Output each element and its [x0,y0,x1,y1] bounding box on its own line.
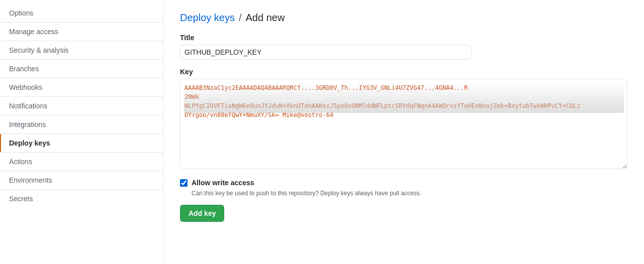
sidebar-item-webhooks[interactable]: Webhooks [0,78,163,96]
title-field-group: Title [180,34,628,60]
sidebar-item-security-analysis[interactable]: Security & analysis [0,41,163,59]
sidebar-item-secrets[interactable]: Secrets [0,190,163,208]
allow-write-checkbox[interactable] [180,179,188,187]
sidebar-item-notifications[interactable]: Notifications [0,97,163,115]
allow-write-hint: Can this key be used to push to this rep… [192,190,628,197]
allow-write-row: Allow write access [180,179,628,187]
key-textarea[interactable] [180,79,627,169]
breadcrumb: Deploy keys / Add new [180,12,628,24]
main-content: Deploy keys / Add new Title Key Allow wr… [164,0,644,264]
add-key-button[interactable]: Add key [180,205,224,222]
breadcrumb-current: Add new [246,12,285,24]
sidebar-item-actions[interactable]: Actions [0,153,163,171]
title-input[interactable] [180,45,472,60]
key-textarea-wrapper [180,79,628,171]
sidebar-item-options[interactable]: Options [0,4,163,22]
sidebar: OptionsManage accessSecurity & analysisB… [0,0,164,264]
sidebar-item-deploy-keys[interactable]: Deploy keys [0,134,163,152]
breadcrumb-separator: / [239,12,242,24]
sidebar-item-branches[interactable]: Branches [0,60,163,78]
sidebar-item-manage-access[interactable]: Manage access [0,23,163,41]
key-field-group: Key [180,68,628,171]
breadcrumb-link[interactable]: Deploy keys [180,12,235,24]
allow-write-label[interactable]: Allow write access [192,179,254,187]
key-label: Key [180,68,628,76]
title-label: Title [180,34,628,42]
sidebar-item-integrations[interactable]: Integrations [0,115,163,134]
sidebar-item-environments[interactable]: Environments [0,171,163,189]
